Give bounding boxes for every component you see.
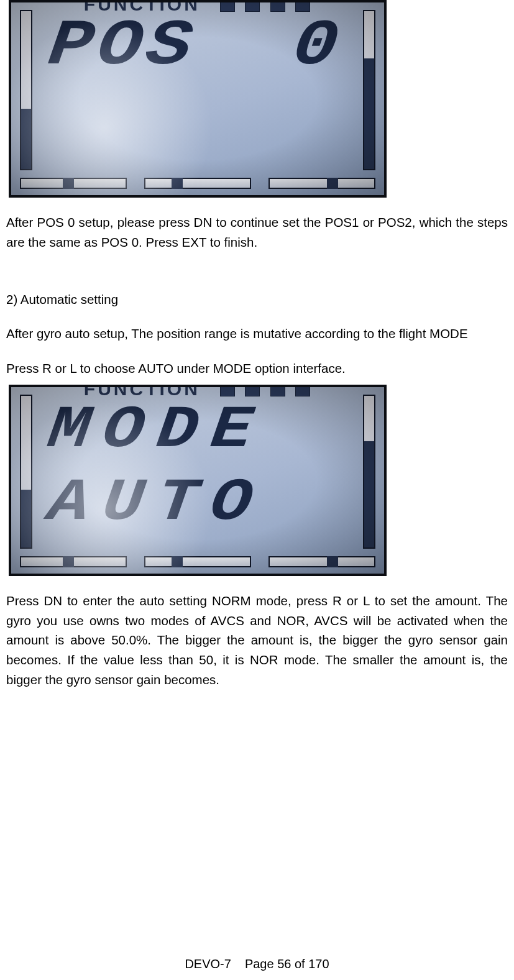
- paragraph-after-pos0: After POS 0 setup, please press DN to co…: [6, 213, 508, 252]
- lcd1-bottom-bars: [20, 178, 375, 191]
- lcd-photo-1-wrap: FUNCTION POS 0 52.0%: [6, 0, 508, 198]
- header-box: [245, 385, 260, 396]
- paragraph-norm-mode: Press DN to enter the auto setting NORM …: [6, 591, 508, 690]
- lcd2-bottom-bars: [20, 556, 375, 570]
- lcd-photo-1: FUNCTION POS 0 52.0%: [9, 0, 387, 198]
- hbar: [268, 556, 375, 567]
- manual-page: FUNCTION POS 0 52.0%: [0, 0, 514, 980]
- header-box: [295, 385, 310, 396]
- lcd2-row2: AUTO: [44, 469, 387, 538]
- footer-model: DEVO-7: [185, 957, 231, 971]
- hbar: [144, 556, 251, 567]
- lcd2-row1: MODE: [44, 400, 387, 468]
- section-2-heading: 2) Automatic setting: [6, 290, 508, 309]
- gap: [6, 252, 508, 275]
- lcd-photo-2: FUNCTION MODE AUTO: [9, 385, 387, 576]
- lcd1-row1: POS 0: [44, 15, 387, 83]
- hbar: [268, 178, 375, 189]
- hbar-tick: [327, 556, 338, 567]
- paragraph-auto-setup: After gyro auto setup, The position rang…: [6, 324, 508, 344]
- paragraph-press-rl: Press R or L to choose AUTO under MODE o…: [6, 359, 508, 378]
- lcd1-row2: 52.0%: [44, 85, 387, 153]
- hbar-tick: [327, 178, 338, 189]
- lcd1-segment-area: POS 0 52.0%: [24, 15, 372, 174]
- hbar: [144, 178, 251, 189]
- hbar-tick: [172, 178, 183, 189]
- header-box: [270, 385, 285, 396]
- hbar: [20, 178, 127, 189]
- hbar-tick: [172, 556, 183, 567]
- lcd-photo-2-wrap: FUNCTION MODE AUTO: [6, 385, 508, 576]
- header-box: [220, 385, 235, 396]
- hbar: [20, 556, 127, 567]
- hbar-tick: [63, 178, 74, 189]
- page-footer: DEVO-7Page 56 of 170: [0, 957, 514, 971]
- footer-page: Page 56 of 170: [245, 957, 329, 971]
- lcd2-segment-area: MODE AUTO: [24, 400, 372, 552]
- hbar-tick: [63, 556, 74, 567]
